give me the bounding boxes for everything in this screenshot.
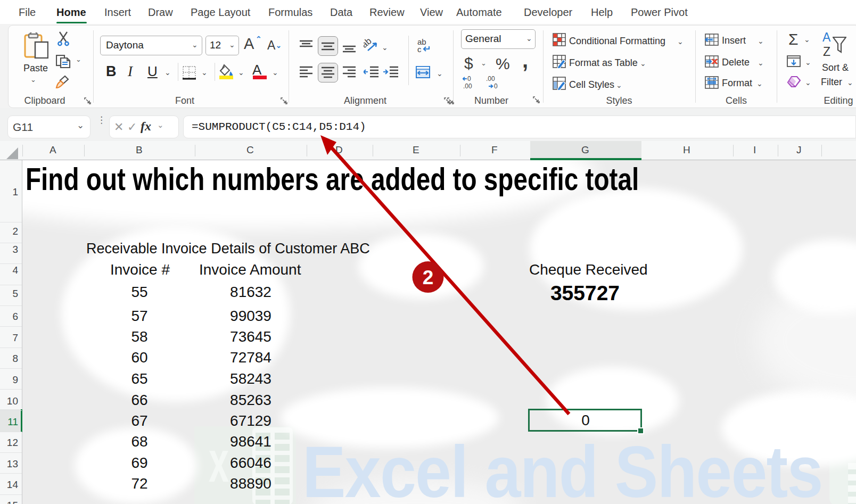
svg-text:c: c [417,45,422,53]
svg-text:.00: .00 [463,82,472,89]
svg-text:ab: ab [364,39,373,50]
svg-text:0: 0 [494,82,498,89]
svg-text:.00: .00 [486,76,495,82]
svg-text:0: 0 [467,76,471,82]
